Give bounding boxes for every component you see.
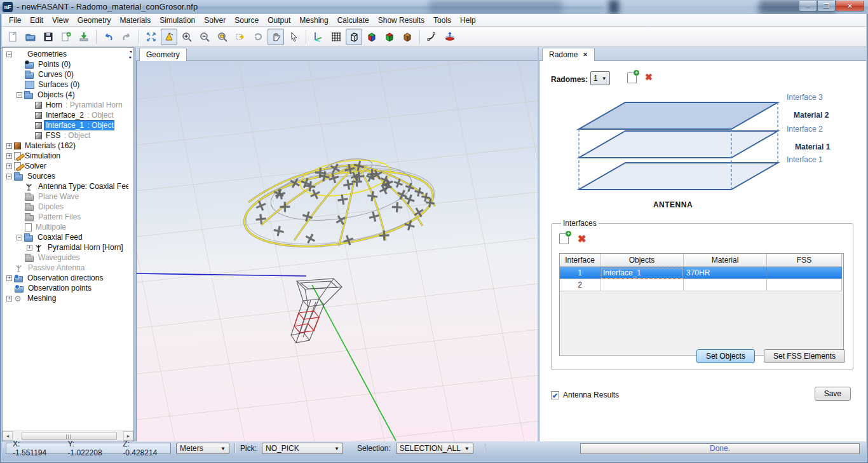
selection-select[interactable]: SELECTION_ALL▼	[396, 443, 473, 454]
tree-item-multipole[interactable]: Multipole	[3, 222, 128, 232]
zoom-window-icon[interactable]	[214, 29, 231, 45]
view-solid-rgb-icon[interactable]	[363, 29, 380, 45]
tree-item-pattern-files[interactable]: Pattern Files	[3, 212, 128, 222]
tree-item-coaxial-feed[interactable]: −Coaxial Feed	[3, 232, 128, 242]
zoom-out-icon[interactable]	[196, 29, 213, 45]
tree-item-meshing[interactable]: +⚙Meshing	[3, 293, 128, 303]
collapse-icon[interactable]: −	[17, 235, 22, 240]
perspective-view-icon[interactable]	[161, 29, 177, 45]
tree-item-dipoles[interactable]: Dipoles	[3, 202, 128, 212]
cell-interface[interactable]: 2	[560, 279, 600, 291]
collapse-right-icon[interactable]: ►	[129, 55, 133, 60]
menu-item-materials[interactable]: Materials	[116, 15, 156, 26]
menu-item-output[interactable]: Output	[263, 15, 295, 26]
tree-item-geometries[interactable]: −Geometries	[3, 49, 128, 59]
expand-icon[interactable]: +	[6, 143, 12, 149]
menu-item-show-results[interactable]: Show Results	[374, 15, 429, 26]
collapse-icon[interactable]: −	[6, 52, 12, 57]
delete-radome-icon[interactable]: ✖	[645, 72, 653, 82]
tab-radome[interactable]: Radome ✕	[542, 48, 595, 61]
curvature-tool-icon[interactable]	[424, 29, 440, 45]
cell-fss[interactable]	[767, 267, 842, 279]
redo-icon[interactable]	[118, 29, 135, 45]
cell-fss[interactable]	[767, 279, 842, 291]
tree-item-sources[interactable]: −Sources	[3, 171, 128, 181]
units-select[interactable]: Meters▼	[176, 443, 229, 454]
delete-interface-icon[interactable]: ✖	[578, 233, 586, 245]
tree-item-points-0[interactable]: Points (0)	[3, 59, 128, 69]
tree-item-objects-4[interactable]: −Objects (4)	[3, 90, 128, 100]
tree-item-waveguides[interactable]: Waveguides	[3, 252, 128, 263]
add-interface-icon[interactable]: +	[559, 233, 569, 244]
tree-item-fss[interactable]: FSS : Object	[3, 130, 128, 141]
menu-item-view[interactable]: View	[48, 15, 73, 26]
menu-item-meshing[interactable]: Meshing	[295, 15, 332, 26]
menu-item-help[interactable]: Help	[456, 15, 480, 26]
view-solid-brown-icon[interactable]	[399, 29, 416, 45]
table-row-interface-2[interactable]: 2	[560, 279, 843, 291]
open-file-icon[interactable]	[22, 29, 39, 45]
collapse-left-icon[interactable]: ◄	[129, 49, 133, 55]
tree-item-horn[interactable]: Horn : Pyramidal Horn	[3, 100, 128, 110]
tree-item-curves-0[interactable]: Curves (0)	[3, 69, 128, 79]
column-header-interface[interactable]: Interface	[560, 254, 600, 267]
column-header-material[interactable]: Material	[684, 254, 767, 267]
column-header-objects[interactable]: Objects	[600, 254, 684, 267]
expand-icon[interactable]: +	[6, 153, 12, 159]
new-file-icon[interactable]	[4, 29, 21, 45]
move-view-icon[interactable]	[232, 29, 248, 45]
set-fss-button[interactable]: Set FSS Elements	[764, 349, 845, 363]
scroll-left-arrow[interactable]: ◄	[3, 431, 13, 441]
select-cursor-icon[interactable]	[285, 29, 302, 45]
import-icon[interactable]	[76, 29, 92, 45]
menu-item-solver[interactable]: Solver	[200, 15, 230, 26]
tree-item-plane-wave[interactable]: Plane Wave	[3, 191, 128, 202]
cell-material[interactable]	[684, 279, 767, 291]
menu-item-file[interactable]: File	[4, 15, 25, 26]
tree-item-surfaces-0[interactable]: Surfaces (0)	[3, 79, 128, 90]
new-project-icon[interactable]	[58, 29, 74, 45]
tree-item-pyramidal-horn-horn[interactable]: +Pyramidal Horn [Horn]	[3, 242, 128, 252]
add-radome-icon[interactable]: +	[627, 73, 637, 83]
tab-close-icon[interactable]: ✕	[583, 52, 588, 58]
tree-item-simulation[interactable]: +Simulation	[3, 151, 128, 161]
restore-button[interactable]: ❐	[817, 1, 836, 11]
menu-item-edit[interactable]: Edit	[25, 15, 48, 26]
pick-select[interactable]: NO_PICK▼	[262, 443, 343, 454]
zoom-in-icon[interactable]	[179, 29, 195, 45]
menu-item-simulation[interactable]: Simulation	[155, 15, 200, 26]
tab-geometry[interactable]: Geometry	[139, 48, 187, 61]
close-button[interactable]: ✕	[836, 1, 864, 11]
expand-icon[interactable]: +	[6, 275, 12, 281]
view-solid-green-icon[interactable]	[381, 29, 398, 45]
radomes-count-select[interactable]: 1▼	[590, 71, 610, 85]
axes-icon[interactable]	[310, 29, 327, 45]
rotate-view-icon[interactable]	[250, 29, 266, 45]
undo-icon[interactable]	[100, 29, 117, 45]
save-icon[interactable]	[40, 29, 57, 45]
tree-item-observation-points[interactable]: Observation points	[3, 283, 128, 293]
expand-icon[interactable]: +	[6, 163, 12, 169]
tree-item-solver[interactable]: +Solver	[3, 161, 128, 171]
cell-material[interactable]: 370HR	[684, 267, 767, 279]
minimize-button[interactable]: ─	[799, 1, 817, 11]
view-wireframe-icon[interactable]	[346, 29, 362, 45]
tree-item-observation-directions[interactable]: +Observation directions	[3, 273, 128, 283]
tree-item-materials-162[interactable]: +Materials (162)	[3, 141, 128, 151]
column-header-fss[interactable]: FSS	[767, 254, 842, 267]
far-field-tool-icon[interactable]	[442, 29, 458, 45]
menu-item-source[interactable]: Source	[230, 15, 263, 26]
set-objects-button[interactable]: Set Objects	[696, 349, 755, 363]
menu-item-geometry[interactable]: Geometry	[73, 15, 116, 26]
title-bar[interactable]: nF - newFASANT - Radomo_material_conGros…	[0, 0, 868, 14]
menu-item-calculate[interactable]: Calculate	[333, 15, 374, 26]
table-row-interface-1[interactable]: 1Interface_1370HR	[560, 267, 843, 279]
collapse-icon[interactable]: −	[17, 92, 22, 98]
grid-icon[interactable]	[328, 29, 344, 45]
interfaces-table[interactable]: InterfaceObjectsMaterialFSS1Interface_13…	[559, 253, 844, 356]
antenna-results-checkbox[interactable]: ✔	[551, 391, 559, 399]
save-button[interactable]: Save	[815, 387, 851, 401]
collapse-icon[interactable]: −	[6, 174, 12, 179]
cell-interface[interactable]: 1	[560, 267, 600, 279]
expand-icon[interactable]: +	[6, 296, 12, 301]
